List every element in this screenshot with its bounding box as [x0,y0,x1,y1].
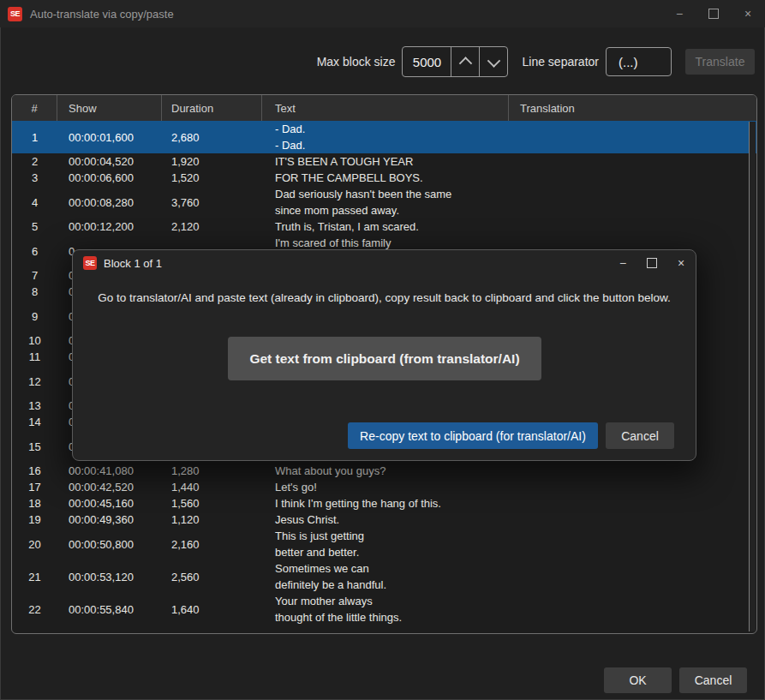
column-header-translation[interactable]: Translation [509,95,756,121]
table-row[interactable]: 100:00:01,6002,680- Dad.- Dad. [12,121,756,153]
show-time-cell: 00:00:01,600 [57,121,162,153]
translation-cell [509,495,756,512]
translation-cell [509,121,756,153]
line-separator-label: Line separator [522,55,599,69]
toolbar: Max block size 5000 Line separator (...)… [317,46,755,77]
stepper-down-button[interactable] [479,47,507,76]
translation-cell [509,186,756,218]
table-row[interactable]: 300:00:06,6001,520FOR THE CAMPBELL BOYS. [12,170,756,186]
duration-cell: 1,440 [162,479,262,495]
text-line: FOR THE CAMPBELL BOYS. [275,170,423,186]
text-line: Jesus Christ. [275,512,339,528]
text-line: Truth is, Tristan, I am scared. [275,218,419,235]
text-cell: Dad seriously hasn't been the samesince … [262,186,509,218]
text-line: IT'S BEEN A TOUGH YEAR [275,153,413,170]
dialog-maximize-icon [647,258,657,268]
dialog-titlebar: SE Block 1 of 1 − × [73,250,696,276]
block-dialog: SE Block 1 of 1 − × Go to translator/AI … [72,249,696,461]
row-number-cell: 20 [12,528,57,560]
footer-cancel-button[interactable]: Cancel [679,667,747,693]
max-block-size-input[interactable]: 5000 [403,47,451,76]
duration-cell: 2,160 [162,528,262,560]
translate-button[interactable]: Translate [685,49,755,75]
dialog-close-button[interactable]: × [666,250,696,276]
table-row[interactable]: 1600:00:41,0801,280What about you guys? [12,463,756,479]
row-number-cell: 13 [12,398,57,414]
window-controls: − × [662,0,765,27]
show-time-cell: 00:00:04,520 [57,153,162,170]
column-header-show[interactable]: Show [57,95,162,121]
table-row[interactable]: 1900:00:49,3601,120Jesus Christ. [12,512,756,528]
show-time-cell: 00:00:41,080 [57,463,162,479]
row-number-cell: 8 [12,284,57,300]
show-time-cell: 00:00:55,840 [57,593,162,625]
table-row[interactable]: 400:00:08,2803,760Dad seriously hasn't b… [12,186,756,218]
text-cell: Sometimes we candefinitely be a handful. [262,560,509,593]
text-cell: What about you guys? [262,463,509,479]
row-number-cell: 22 [12,593,57,625]
row-number-cell: 17 [12,479,57,495]
max-block-size-label: Max block size [317,55,396,69]
row-number-cell: 14 [12,414,57,430]
table-row[interactable]: 2200:00:55,8401,640Your mother alwaystho… [12,593,756,625]
chevron-up-icon [459,57,473,70]
row-number-cell: 7 [12,267,57,284]
text-line: thought of the little things. [275,609,402,625]
dialog-title: Block 1 of 1 [104,257,162,270]
text-cell: Your mother alwaysthought of the little … [262,593,509,625]
text-line: since mom passed away. [275,202,399,218]
maximize-icon [708,9,719,19]
text-line: better and better. [275,544,359,560]
translation-cell [509,528,756,560]
minimize-button[interactable]: − [662,0,696,27]
table-row[interactable]: 200:00:04,5201,920IT'S BEEN A TOUGH YEAR [12,153,756,170]
show-time-cell: 00:00:08,280 [57,186,162,218]
table-row[interactable]: 2000:00:50,8002,160This is just gettingb… [12,528,756,560]
dialog-instruction: Go to translator/AI and paste text (alre… [83,291,685,304]
recopy-text-button[interactable]: Re-copy text to clipboard (for translato… [348,422,598,449]
column-header-text[interactable]: Text [262,95,509,121]
dialog-minimize-button[interactable]: − [608,250,637,276]
stepper-up-button[interactable] [451,47,479,76]
line-separator-input[interactable]: (...) [606,47,672,76]
table-row[interactable]: 1700:00:42,5201,440Let's go! [12,479,756,495]
table-row[interactable]: 500:00:12,2002,120Truth is, Tristan, I a… [12,218,756,235]
column-header-num[interactable]: # [12,95,57,121]
text-cell: I think I'm getting the hang of this. [262,495,509,512]
text-cell: Jesus Christ. [262,512,509,528]
translation-cell [509,593,756,625]
text-cell: This is just gettingbetter and better. [262,528,509,560]
scrollbar-divider [749,122,750,631]
chevron-down-icon [487,54,501,68]
close-button[interactable]: × [731,0,765,27]
text-cell: - Dad.- Dad. [262,121,509,153]
show-time-cell: 00:00:49,360 [57,512,162,528]
text-line: I think I'm getting the hang of this. [275,495,441,512]
translation-cell [509,218,756,235]
ok-button[interactable]: OK [604,667,672,693]
column-header-duration[interactable]: Duration [162,95,262,121]
row-number-cell: 2 [12,153,57,170]
translation-cell [509,479,756,495]
row-number-cell: 12 [12,365,57,398]
translation-cell [509,153,756,170]
table-header-row: #ShowDurationTextTranslation [12,95,756,121]
dialog-maximize-button[interactable] [637,250,666,276]
table-row[interactable]: 2100:00:53,1202,560Sometimes we candefin… [12,560,756,593]
row-number-cell: 15 [12,430,57,463]
show-time-cell: 00:00:06,600 [57,170,162,186]
text-line: What about you guys? [275,463,385,479]
row-number-cell: 11 [12,349,57,365]
show-time-cell: 00:00:50,800 [57,528,162,560]
duration-cell: 1,120 [162,512,262,528]
maximize-button[interactable] [696,0,731,27]
get-text-from-clipboard-button[interactable]: Get text from clipboard (from translator… [228,337,541,380]
translation-cell [509,170,756,186]
text-line: This is just getting [275,528,364,544]
show-time-cell: 00:00:53,120 [57,560,162,593]
scrollbar[interactable] [750,122,756,631]
duration-cell: 3,760 [162,186,262,218]
table-row[interactable]: 1800:00:45,1601,560I think I'm getting t… [12,495,756,512]
max-block-size-stepper: 5000 [402,46,508,77]
dialog-cancel-button[interactable]: Cancel [606,422,674,449]
